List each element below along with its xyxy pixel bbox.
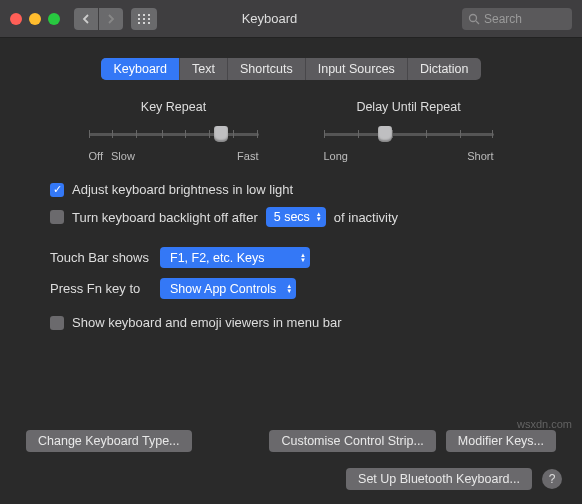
key-repeat-thumb[interactable] <box>214 126 228 142</box>
chevron-updown-icon: ▲▼ <box>316 212 322 222</box>
search-placeholder: Search <box>484 12 522 26</box>
search-field[interactable]: Search <box>462 8 572 30</box>
key-repeat-off-label: Off <box>89 150 103 162</box>
tab-input-sources[interactable]: Input Sources <box>306 58 408 80</box>
adjust-brightness-label: Adjust keyboard brightness in low light <box>72 182 293 197</box>
content: Keyboard Text Shortcuts Input Sources Di… <box>0 38 582 330</box>
tab-bar: Keyboard Text Shortcuts Input Sources Di… <box>26 58 556 80</box>
help-button[interactable]: ? <box>542 469 562 489</box>
backlight-off-checkbox[interactable] <box>50 210 64 224</box>
chevron-updown-icon: ▲▼ <box>300 253 306 263</box>
key-repeat-slow-label: Slow <box>111 150 135 162</box>
backlight-off-value: 5 secs <box>274 210 310 224</box>
titlebar: Keyboard Search <box>0 0 582 38</box>
delay-long-label: Long <box>324 150 348 162</box>
minimize-icon[interactable] <box>29 13 41 25</box>
modifier-keys-button[interactable]: Modifier Keys... <box>446 430 556 452</box>
tab-shortcuts[interactable]: Shortcuts <box>228 58 306 80</box>
window-controls <box>10 13 60 25</box>
touch-bar-select[interactable]: F1, F2, etc. Keys ▲▼ <box>160 247 310 268</box>
footer: Set Up Bluetooth Keyboard... ? <box>346 468 562 490</box>
key-repeat-label: Key Repeat <box>89 100 259 114</box>
setup-bluetooth-keyboard-button[interactable]: Set Up Bluetooth Keyboard... <box>346 468 532 490</box>
svg-point-9 <box>470 14 477 21</box>
show-viewers-label: Show keyboard and emoji viewers in menu … <box>72 315 342 330</box>
change-keyboard-type-button[interactable]: Change Keyboard Type... <box>26 430 192 452</box>
touch-bar-value: F1, F2, etc. Keys <box>170 251 264 265</box>
tab-dictation[interactable]: Dictation <box>408 58 481 80</box>
adjust-brightness-checkbox[interactable] <box>50 183 64 197</box>
delay-repeat-label: Delay Until Repeat <box>324 100 494 114</box>
svg-line-10 <box>476 21 479 24</box>
chevron-updown-icon: ▲▼ <box>286 284 292 294</box>
press-fn-value: Show App Controls <box>170 282 276 296</box>
delay-repeat-thumb[interactable] <box>378 126 392 142</box>
show-viewers-checkbox[interactable] <box>50 316 64 330</box>
tab-text[interactable]: Text <box>180 58 228 80</box>
backlight-off-time-select[interactable]: 5 secs ▲▼ <box>266 207 326 227</box>
bottom-button-row: Change Keyboard Type... Customise Contro… <box>26 430 556 452</box>
key-repeat-fast-label: Fast <box>237 150 258 162</box>
press-fn-label: Press Fn key to <box>50 281 150 296</box>
touch-bar-label: Touch Bar shows <box>50 250 150 265</box>
key-repeat-slider[interactable]: Key Repeat OffSlow Fast <box>89 100 259 162</box>
press-fn-select[interactable]: Show App Controls ▲▼ <box>160 278 296 299</box>
customise-control-strip-button[interactable]: Customise Control Strip... <box>269 430 435 452</box>
maximize-icon[interactable] <box>48 13 60 25</box>
delay-short-label: Short <box>467 150 493 162</box>
window-title: Keyboard <box>85 11 454 26</box>
tab-keyboard[interactable]: Keyboard <box>101 58 180 80</box>
watermark: wsxdn.com <box>517 418 572 430</box>
backlight-off-post-label: of inactivity <box>334 210 398 225</box>
close-icon[interactable] <box>10 13 22 25</box>
delay-repeat-slider[interactable]: Delay Until Repeat Long Short <box>324 100 494 162</box>
backlight-off-pre-label: Turn keyboard backlight off after <box>72 210 258 225</box>
search-icon <box>468 13 480 25</box>
